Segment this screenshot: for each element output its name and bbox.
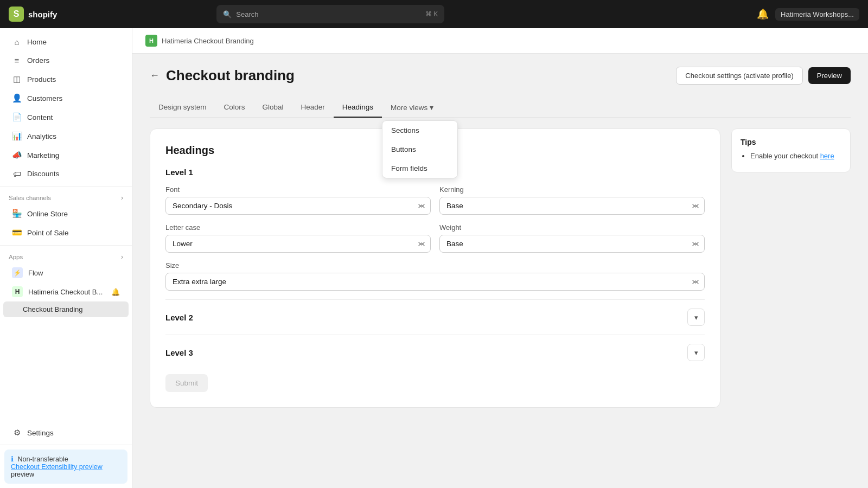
sidebar-item-customers[interactable]: 👤 Customers [3, 89, 129, 107]
sidebar-item-discounts[interactable]: 🏷 Discounts [3, 165, 129, 183]
tab-header[interactable]: Header [292, 98, 334, 118]
sidebar-item-label: Discounts [27, 170, 59, 178]
weight-select[interactable]: Base Bold Light [439, 235, 705, 253]
page-header: ← Checkout branding Checkout settings (a… [150, 67, 851, 85]
sidebar-item-home[interactable]: ⌂ Home [3, 33, 129, 51]
apps-chevron: › [121, 253, 123, 261]
info-icon: ℹ [11, 455, 14, 463]
sidebar-item-content[interactable]: 📄 Content [3, 108, 129, 126]
sidebar-item-label: Flow [28, 269, 43, 277]
page-title-area: ← Checkout branding [150, 67, 295, 84]
divider-2 [0, 245, 132, 246]
sidebar-item-label: Online Store [27, 210, 68, 218]
home-icon: ⌂ [12, 37, 22, 47]
dropdown-item-buttons[interactable]: Buttons [382, 140, 457, 159]
font-select[interactable]: Secondary - Dosis Primary Monospace [165, 197, 431, 215]
checkout-extensibility-link[interactable]: Checkout Extensibility preview [11, 463, 103, 471]
letter-case-select[interactable]: Lower Upper Title None [165, 235, 431, 253]
tips-list: Enable your checkout here [741, 152, 841, 160]
level3-title: Level 3 [165, 348, 193, 357]
sidebar-item-analytics[interactable]: 📊 Analytics [3, 127, 129, 145]
shopify-logo[interactable]: S shopify [9, 7, 57, 22]
search-bar[interactable]: 🔍 Search ⌘ K [216, 5, 444, 23]
nav-right: 🔔 Hatimeria Workshops... [757, 8, 859, 21]
submit-button[interactable]: Submit [165, 374, 208, 392]
back-button[interactable]: ← [150, 70, 159, 81]
shopify-logo-text: shopify [28, 10, 57, 19]
search-placeholder: Search [236, 10, 258, 18]
tabs-row: Design system Colors Global Header Headi… [150, 98, 851, 118]
apps-label: Apps › [0, 249, 132, 263]
sidebar-item-marketing[interactable]: 📣 Marketing [3, 146, 129, 164]
main-layout: ⌂ Home ≡ Orders ◫ Products 👤 Customers 📄… [0, 28, 868, 488]
orders-icon: ≡ [12, 56, 22, 65]
sales-channels-label: Sales channels › [0, 190, 132, 204]
kerning-label: Kerning [439, 185, 705, 194]
tips-card: Tips Enable your checkout here [731, 129, 851, 172]
store-name[interactable]: Hatimeria Workshops... [775, 8, 859, 21]
lettercase-weight-row: Letter case Lower Upper Title None Weigh… [165, 223, 705, 253]
online-store-icon: 🏪 [12, 209, 22, 219]
sidebar-item-point-of-sale[interactable]: 💳 Point of Sale [3, 223, 129, 242]
discounts-icon: 🏷 [12, 169, 22, 178]
kerning-select[interactable]: Base Loose Extra Loose [439, 197, 705, 215]
level2-title: Level 2 [165, 313, 193, 322]
breadcrumb-text: Hatimeria Checkout Branding [162, 37, 254, 45]
sidebar-item-online-store[interactable]: 🏪 Online Store [3, 204, 129, 223]
tab-more-views[interactable]: More views ▾ [382, 98, 442, 117]
sidebar-item-settings[interactable]: ⚙ Settings [3, 423, 129, 442]
sub-item-label: Checkout Branding [23, 305, 83, 313]
tab-global[interactable]: Global [254, 98, 292, 118]
non-transferable-preview: preview [11, 471, 34, 478]
sidebar-item-hatimeria[interactable]: H Hatimeria Checkout B... 🔔 [3, 282, 129, 301]
dropdown-item-form-fields[interactable]: Form fields [382, 159, 457, 178]
analytics-icon: 📊 [12, 131, 22, 141]
page-title: Checkout branding [166, 67, 295, 84]
checkout-settings-button[interactable]: Checkout settings (activate profile) [676, 67, 802, 85]
sidebar-sub-item-checkout-branding[interactable]: Checkout Branding [3, 301, 129, 317]
products-icon: ◫ [12, 74, 22, 84]
more-views-dropdown: Sections Buttons Form fields [382, 120, 458, 178]
chevron-down-icon: ▾ [430, 103, 433, 112]
sidebar-nav: ⌂ Home ≡ Orders ◫ Products 👤 Customers 📄… [0, 28, 132, 421]
weight-group: Weight Base Bold Light [439, 223, 705, 253]
tab-colors[interactable]: Colors [215, 98, 254, 118]
tab-headings[interactable]: Headings [334, 98, 382, 118]
tab-design-system[interactable]: Design system [150, 98, 215, 118]
content-icon: 📄 [12, 112, 22, 122]
level2-chevron-button[interactable]: ▾ [687, 309, 705, 326]
more-views-label: More views [391, 104, 427, 112]
sidebar-item-label: Home [27, 38, 47, 46]
level3-chevron-button[interactable]: ▾ [687, 344, 705, 361]
letter-case-group: Letter case Lower Upper Title None [165, 223, 431, 253]
search-icon: 🔍 [223, 10, 232, 18]
preview-button[interactable]: Preview [808, 67, 851, 84]
sidebar-item-orders[interactable]: ≡ Orders [3, 52, 129, 69]
top-nav: S shopify 🔍 Search ⌘ K 🔔 Hatimeria Works… [0, 0, 868, 28]
size-row: Size Extra extra large Extra large Large… [165, 261, 705, 291]
non-transferable-title: Non-transferable [17, 455, 68, 463]
pos-icon: 💳 [12, 228, 22, 237]
tips-title: Tips [741, 138, 841, 146]
level3-section[interactable]: Level 3 ▾ [165, 335, 705, 370]
sidebar-item-products[interactable]: ◫ Products [3, 70, 129, 88]
marketing-icon: 📣 [12, 150, 22, 160]
dropdown-item-sections[interactable]: Sections [382, 121, 457, 140]
sidebar-item-flow[interactable]: ⚡ Flow [3, 264, 129, 282]
size-select[interactable]: Extra extra large Extra large Large Medi… [165, 273, 705, 291]
font-label: Font [165, 185, 431, 194]
tips-item: Enable your checkout here [750, 152, 841, 160]
sidebar-item-label: Products [27, 75, 56, 84]
font-group: Font Secondary - Dosis Primary Monospace [165, 185, 431, 215]
customers-icon: 👤 [12, 93, 22, 103]
flow-app-icon: ⚡ [12, 267, 23, 278]
tips-link[interactable]: here [820, 152, 834, 160]
sidebar-item-label: Analytics [27, 132, 56, 140]
breadcrumb: H Hatimeria Checkout Branding [132, 28, 868, 54]
sidebar-item-label: Hatimeria Checkout B... [28, 288, 103, 296]
sidebar-item-label: Point of Sale [27, 229, 69, 237]
level2-section[interactable]: Level 2 ▾ [165, 299, 705, 335]
sidebar-item-label: Content [27, 113, 53, 121]
sidebar-item-label: Customers [27, 94, 62, 102]
bell-icon[interactable]: 🔔 [757, 8, 769, 20]
